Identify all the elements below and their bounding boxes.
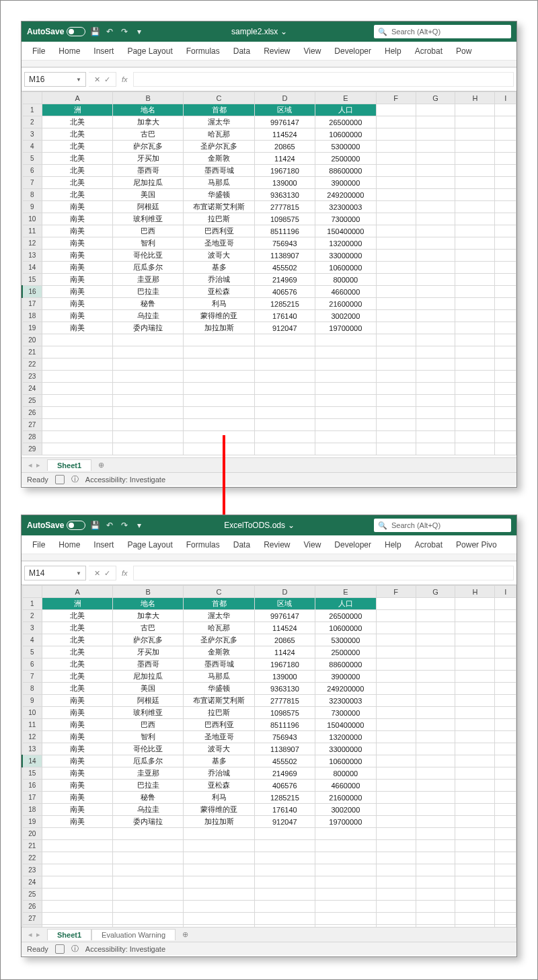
- cell[interactable]: [495, 371, 516, 383]
- row-header[interactable]: 20: [22, 828, 42, 840]
- cell[interactable]: [495, 395, 516, 407]
- cell[interactable]: 利马: [184, 792, 254, 804]
- cell[interactable]: 牙买加: [113, 646, 184, 658]
- column-header-F[interactable]: F: [376, 586, 416, 598]
- cell[interactable]: [495, 116, 516, 128]
- cell[interactable]: [455, 792, 495, 804]
- cell[interactable]: 176140: [254, 804, 315, 816]
- enter-icon[interactable]: ✓: [104, 569, 110, 578]
- cell[interactable]: [254, 840, 315, 852]
- cell[interactable]: 加拉加斯: [184, 816, 254, 828]
- cell[interactable]: 古巴: [113, 622, 184, 634]
- column-header-H[interactable]: H: [455, 92, 495, 104]
- cell[interactable]: [254, 443, 315, 455]
- cell[interactable]: 南美: [42, 201, 112, 213]
- cell[interactable]: [376, 141, 416, 153]
- row-header[interactable]: 13: [22, 250, 42, 262]
- ribbon-tab-help[interactable]: Help: [378, 42, 408, 60]
- sheet-prev-icon[interactable]: ◂: [28, 461, 32, 469]
- ribbon-tab-formulas[interactable]: Formulas: [180, 42, 227, 60]
- cell[interactable]: [416, 828, 455, 840]
- cell[interactable]: [376, 658, 416, 671]
- row-header[interactable]: 26: [22, 407, 42, 419]
- cell[interactable]: [416, 780, 455, 792]
- cell[interactable]: [376, 901, 416, 913]
- cell[interactable]: 10600000: [315, 622, 376, 634]
- row-header[interactable]: 21: [22, 346, 42, 359]
- cell[interactable]: 10600000: [315, 755, 376, 767]
- cell[interactable]: [416, 225, 455, 237]
- cell[interactable]: 巴西: [113, 225, 184, 237]
- cell[interactable]: [455, 913, 495, 925]
- cell[interactable]: [254, 828, 315, 840]
- cell[interactable]: 智利: [113, 237, 184, 250]
- cell[interactable]: 北美: [42, 683, 112, 695]
- row-header[interactable]: 17: [22, 792, 42, 804]
- cell[interactable]: [455, 419, 495, 431]
- cell[interactable]: [184, 431, 254, 443]
- cell[interactable]: 南美: [42, 310, 112, 322]
- cell[interactable]: [495, 719, 516, 731]
- cell[interactable]: [416, 201, 455, 213]
- cell[interactable]: 拉巴斯: [184, 213, 254, 225]
- qat-dropdown-icon[interactable]: ▾: [134, 26, 145, 37]
- cell[interactable]: 10600000: [315, 262, 376, 274]
- cell[interactable]: [455, 443, 495, 455]
- cell[interactable]: [184, 383, 254, 395]
- row-header[interactable]: 1: [22, 104, 42, 116]
- cell[interactable]: 1967180: [254, 658, 315, 671]
- qat-dropdown-icon[interactable]: ▾: [134, 520, 145, 531]
- cell[interactable]: 800000: [315, 274, 376, 286]
- row-header[interactable]: 21: [22, 840, 42, 852]
- column-header-A[interactable]: A: [42, 92, 112, 104]
- cell[interactable]: [416, 116, 455, 128]
- ribbon-tab-pow[interactable]: Pow: [449, 42, 478, 60]
- cell[interactable]: 圣萨尔瓦多: [184, 634, 254, 646]
- cell[interactable]: 26500000: [315, 610, 376, 622]
- cell[interactable]: [42, 359, 112, 371]
- cell[interactable]: [113, 876, 184, 889]
- cell[interactable]: 2777815: [254, 201, 315, 213]
- cell[interactable]: [495, 634, 516, 646]
- cell[interactable]: [42, 913, 112, 925]
- cell[interactable]: [416, 431, 455, 443]
- cell[interactable]: 巴西利亚: [184, 719, 254, 731]
- cell[interactable]: [495, 141, 516, 153]
- cell[interactable]: [455, 250, 495, 262]
- cell[interactable]: 北美: [42, 128, 112, 141]
- cell[interactable]: [416, 876, 455, 889]
- chevron-down-icon[interactable]: ⌄: [288, 521, 295, 530]
- row-header[interactable]: 23: [22, 864, 42, 876]
- row-header[interactable]: 20: [22, 334, 42, 346]
- cell[interactable]: 3002000: [315, 310, 376, 322]
- cell[interactable]: 地名: [113, 598, 184, 610]
- ribbon-tab-review[interactable]: Review: [257, 535, 297, 554]
- column-header-C[interactable]: C: [184, 92, 254, 104]
- cell[interactable]: [416, 322, 455, 334]
- cell[interactable]: 北美: [42, 658, 112, 671]
- cell[interactable]: 114524: [254, 622, 315, 634]
- cell[interactable]: [376, 298, 416, 310]
- cell[interactable]: 美国: [113, 189, 184, 201]
- cell[interactable]: [455, 225, 495, 237]
- save-icon[interactable]: 💾: [89, 520, 100, 531]
- cell[interactable]: 加拉加斯: [184, 322, 254, 334]
- cell[interactable]: [416, 646, 455, 658]
- cell[interactable]: [455, 213, 495, 225]
- column-header-A[interactable]: A: [42, 586, 112, 598]
- row-header[interactable]: 28: [22, 431, 42, 443]
- cell[interactable]: [254, 371, 315, 383]
- cell[interactable]: [376, 646, 416, 658]
- ribbon-tab-acrobat[interactable]: Acrobat: [408, 42, 449, 60]
- cell[interactable]: [416, 731, 455, 743]
- cell[interactable]: [184, 371, 254, 383]
- row-header[interactable]: 1: [22, 598, 42, 610]
- cell[interactable]: 首都: [184, 598, 254, 610]
- cell[interactable]: 圣地亚哥: [184, 731, 254, 743]
- cell[interactable]: 9976147: [254, 116, 315, 128]
- cell[interactable]: [495, 864, 516, 876]
- cell[interactable]: [416, 274, 455, 286]
- cell[interactable]: [455, 804, 495, 816]
- row-header[interactable]: 19: [22, 322, 42, 334]
- row-header[interactable]: 10: [22, 707, 42, 719]
